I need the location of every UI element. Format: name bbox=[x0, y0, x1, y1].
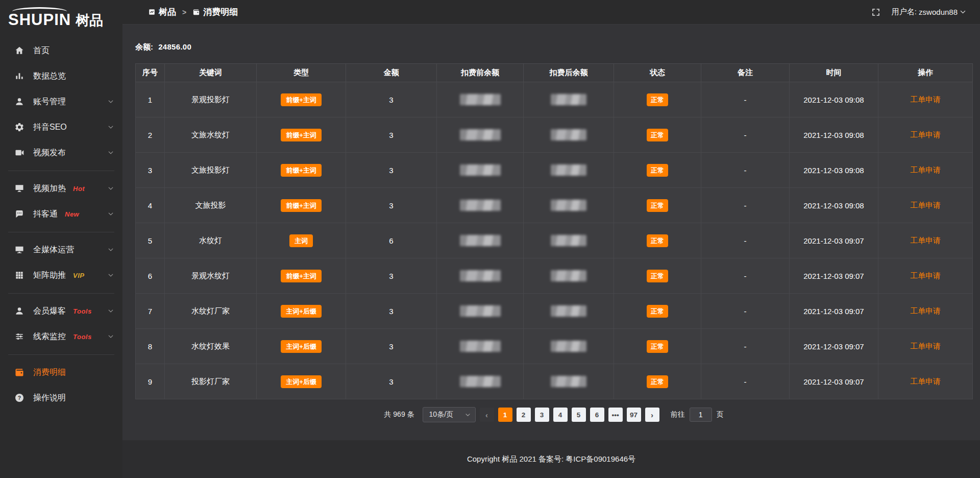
display-icon bbox=[14, 183, 24, 194]
masked-value bbox=[460, 376, 501, 387]
masked-value bbox=[460, 305, 501, 317]
cell-index: 3 bbox=[136, 153, 165, 188]
pagination-page-4[interactable]: 4 bbox=[553, 408, 568, 422]
chevron-down-icon bbox=[107, 185, 114, 192]
pagination: 共 969 条 10条/页 ‹ 123456•••97 › 前往 页 bbox=[135, 407, 972, 422]
cell-action: 工单申请 bbox=[878, 188, 973, 223]
sidebar-item-data-overview[interactable]: 数据总览 bbox=[0, 63, 122, 89]
sidebar-item-label: 视频加热 bbox=[33, 183, 66, 194]
sidebar-item-consumption-detail[interactable]: 消费明细 bbox=[0, 360, 122, 385]
cell-time: 2021-12-03 09:08 bbox=[790, 82, 878, 117]
work-order-link[interactable]: 工单申请 bbox=[910, 306, 941, 315]
sidebar-item-lead-monitor[interactable]: 线索监控Tools bbox=[0, 324, 122, 349]
cell-balance-before bbox=[437, 188, 524, 223]
chevron-down-icon bbox=[107, 246, 114, 253]
cell-index: 5 bbox=[136, 223, 165, 258]
cell-keyword: 文旅投影 bbox=[165, 188, 257, 223]
page-size-select[interactable]: 10条/页 bbox=[423, 407, 476, 422]
copyright-text: Copyright 树品 2021 备案号: 粤ICP备09019646号 bbox=[467, 455, 635, 464]
chart-icon bbox=[14, 71, 24, 81]
cell-action: 工单申请 bbox=[878, 258, 973, 294]
grid-icon bbox=[14, 270, 24, 280]
sidebar-item-douyin-seo[interactable]: 抖音SEO bbox=[0, 114, 122, 140]
sidebar-item-label: 抖音SEO bbox=[33, 122, 67, 133]
sidebar-item-video-publish[interactable]: 视频发布 bbox=[0, 140, 122, 165]
breadcrumb-item-consumption-detail[interactable]: 消费明细 bbox=[192, 6, 238, 18]
status-badge: 正常 bbox=[647, 270, 668, 282]
pagination-page-3[interactable]: 3 bbox=[535, 408, 549, 422]
cell-action: 工单申请 bbox=[878, 364, 973, 399]
pagination-page-97[interactable]: 97 bbox=[627, 408, 641, 422]
main-content: 余额: 24856.00 序号关键词类型金额扣费前余额扣费后余额状态备注时间操作… bbox=[122, 25, 980, 440]
sidebar-item-all-media-operation[interactable]: 全媒体运营 bbox=[0, 237, 122, 262]
cell-remark: - bbox=[701, 188, 790, 223]
sidebar-item-account-management[interactable]: 账号管理 bbox=[0, 89, 122, 114]
type-badge: 前缀+主词 bbox=[281, 93, 322, 106]
column-header: 类型 bbox=[257, 64, 346, 82]
pagination-page-5[interactable]: 5 bbox=[572, 408, 586, 422]
sidebar-item-video-heating[interactable]: 视频加热Hot bbox=[0, 176, 122, 201]
breadcrumb: 树品>消费明细 bbox=[148, 6, 238, 18]
goto-page-input[interactable] bbox=[690, 408, 712, 422]
sidebar-item-label: 操作说明 bbox=[33, 393, 66, 403]
work-order-link[interactable]: 工单申请 bbox=[910, 165, 941, 174]
chevron-down-icon bbox=[107, 98, 114, 105]
cell-amount: 3 bbox=[346, 329, 437, 364]
consumption-table: 序号关键词类型金额扣费前余额扣费后余额状态备注时间操作 1景观投影灯前缀+主词3… bbox=[135, 63, 973, 399]
pagination-page-6[interactable]: 6 bbox=[590, 408, 604, 422]
cell-remark: - bbox=[701, 82, 790, 117]
table-row: 1景观投影灯前缀+主词3正常-2021-12-03 09:08工单申请 bbox=[136, 82, 973, 117]
chevron-down-icon bbox=[107, 272, 114, 279]
sidebar-item-badge: Hot bbox=[73, 185, 85, 193]
work-order-link[interactable]: 工单申请 bbox=[910, 95, 941, 104]
sidebar-item-label: 首页 bbox=[33, 45, 50, 56]
masked-value bbox=[551, 235, 586, 246]
work-order-link[interactable]: 工单申请 bbox=[910, 377, 941, 386]
work-order-link[interactable]: 工单申请 bbox=[910, 130, 941, 139]
cell-index: 2 bbox=[136, 117, 165, 153]
status-badge: 正常 bbox=[647, 234, 668, 247]
cell-type: 前缀+主词 bbox=[257, 153, 346, 188]
cell-balance-before bbox=[437, 329, 524, 364]
cell-time: 2021-12-03 09:08 bbox=[790, 153, 878, 188]
pagination-page-1[interactable]: 1 bbox=[498, 408, 512, 422]
work-order-link[interactable]: 工单申请 bbox=[910, 271, 941, 280]
chat-icon bbox=[14, 209, 24, 219]
cell-amount: 3 bbox=[346, 364, 437, 399]
masked-value bbox=[551, 376, 586, 387]
pagination-goto: 前往 页 bbox=[671, 408, 724, 422]
pagination-prev-button[interactable]: ‹ bbox=[480, 408, 494, 422]
pagination-ellipsis-button[interactable]: ••• bbox=[608, 408, 623, 422]
column-header: 序号 bbox=[136, 64, 165, 82]
pagination-page-2[interactable]: 2 bbox=[517, 408, 531, 422]
pagination-next-button[interactable]: › bbox=[645, 408, 659, 422]
cell-balance-before bbox=[437, 258, 524, 294]
sidebar-item-douketong[interactable]: 抖客通New bbox=[0, 201, 122, 227]
chevron-down-icon bbox=[464, 412, 471, 418]
fullscreen-button[interactable] bbox=[871, 8, 880, 17]
sidebar-item-member-burst[interactable]: 会员爆客Tools bbox=[0, 298, 122, 324]
work-order-link[interactable]: 工单申请 bbox=[910, 201, 941, 209]
masked-value bbox=[551, 341, 586, 352]
cell-status: 正常 bbox=[614, 364, 701, 399]
sidebar-item-home[interactable]: 首页 bbox=[0, 38, 122, 63]
work-order-link[interactable]: 工单申请 bbox=[910, 342, 941, 350]
cell-action: 工单申请 bbox=[878, 223, 973, 258]
cell-keyword: 景观水纹灯 bbox=[165, 258, 257, 294]
table-body: 1景观投影灯前缀+主词3正常-2021-12-03 09:08工单申请2文旅水纹… bbox=[136, 82, 973, 399]
help-icon: ? bbox=[14, 393, 24, 403]
type-badge: 主词 bbox=[289, 234, 313, 247]
breadcrumb-item-shupin[interactable]: 树品 bbox=[148, 6, 176, 18]
sidebar-item-matrix-boost[interactable]: 矩阵助推VIP bbox=[0, 262, 122, 288]
sidebar-item-operation-guide[interactable]: ?操作说明 bbox=[0, 385, 122, 411]
sidebar-item-label: 线索监控 bbox=[33, 331, 66, 342]
sidebar-item-label: 抖客通 bbox=[33, 209, 58, 220]
cell-type: 前缀+主词 bbox=[257, 188, 346, 223]
work-order-link[interactable]: 工单申请 bbox=[910, 236, 941, 245]
status-badge: 正常 bbox=[647, 93, 668, 106]
cell-keyword: 投影灯厂家 bbox=[165, 364, 257, 399]
cell-remark: - bbox=[701, 294, 790, 329]
user-menu[interactable]: 用户名: zswodun88 bbox=[892, 7, 967, 17]
pagination-pages: 123456•••97 bbox=[498, 408, 641, 422]
cell-balance-after bbox=[524, 188, 614, 223]
